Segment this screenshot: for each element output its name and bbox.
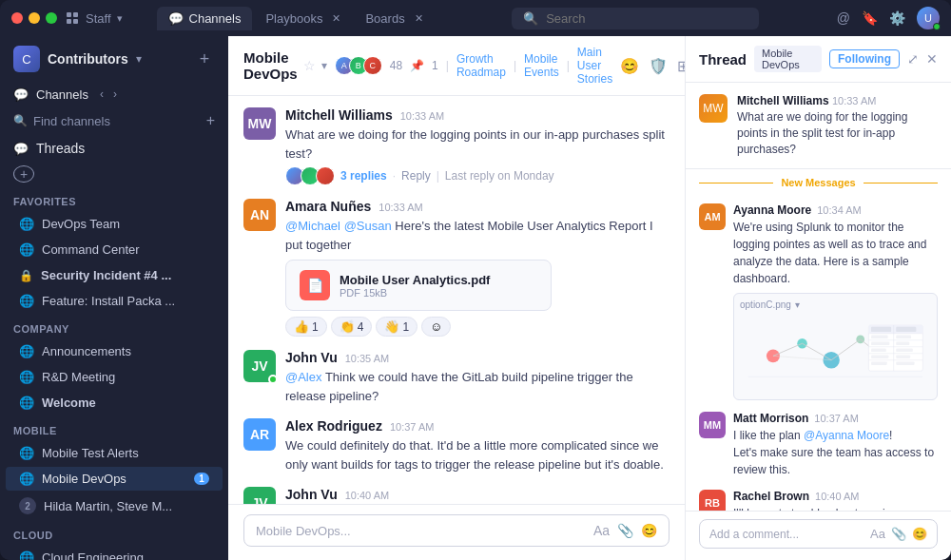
text-format-icon[interactable]: Aa bbox=[593, 523, 610, 538]
thread-text-format-icon[interactable]: Aa bbox=[870, 527, 885, 541]
chat-input[interactable] bbox=[256, 524, 586, 538]
thread-channel-tag: Mobile DevOps bbox=[754, 46, 822, 72]
thread-emoji-icon[interactable]: 😊 bbox=[912, 527, 927, 541]
chart-svg bbox=[740, 314, 931, 390]
member-avatars: A B C bbox=[335, 56, 382, 75]
nav-forward-arrow[interactable]: › bbox=[109, 86, 121, 103]
channel-icon: 🌐 bbox=[19, 446, 34, 460]
thread-attachment-icon[interactable]: 📎 bbox=[891, 527, 906, 541]
sidebar-item-dm[interactable]: 2 Hilda Martin, Steve M... bbox=[6, 492, 223, 519]
sidebar-item-mobile-test[interactable]: 🌐 Mobile Test Alerts bbox=[6, 441, 223, 465]
add-channel-button[interactable]: + bbox=[206, 112, 215, 129]
shield-action-icon[interactable]: 🛡️ bbox=[649, 57, 668, 75]
mention-alex[interactable]: @Alex bbox=[285, 370, 322, 384]
table-row: JV John Vu 10:40 AM Great, I'll make a J… bbox=[243, 487, 670, 504]
sep: | bbox=[437, 169, 439, 183]
mention-ayanna[interactable]: @Ayanna Moore bbox=[804, 429, 889, 442]
mention-michael[interactable]: @Michael bbox=[285, 219, 340, 233]
thread-input-box[interactable]: Aa 📎 😊 bbox=[699, 519, 938, 549]
sidebar-item-mobile-devops[interactable]: 🌐 Mobile DevOps 1 bbox=[6, 467, 223, 491]
reaction-smile[interactable]: ☺️ bbox=[421, 317, 451, 337]
sidebar-item-rnd[interactable]: 🌐 R&D Meeting bbox=[6, 365, 223, 389]
close-icon[interactable]: ✕ bbox=[926, 51, 938, 67]
settings-icon[interactable]: ⚙️ bbox=[889, 10, 905, 26]
svg-rect-37 bbox=[896, 362, 914, 365]
emoji-action-icon[interactable]: 😊 bbox=[620, 57, 639, 75]
list-item: MM Matt Morrison 10:37 AM I like the pla… bbox=[699, 412, 938, 478]
minimize-dot[interactable] bbox=[29, 12, 40, 24]
reaction-wave[interactable]: 👋 1 bbox=[376, 317, 417, 337]
threads-nav-item[interactable]: 💬 Threads bbox=[0, 135, 228, 162]
thread-reply-count[interactable]: 3 replies bbox=[340, 169, 387, 183]
add-section-button[interactable]: + bbox=[13, 165, 34, 183]
pin-icon: 📌 bbox=[410, 59, 424, 72]
msg-body: We could definitely do that. It'd be a l… bbox=[285, 436, 670, 473]
titlebar-actions: @ 🔖 ⚙️ U bbox=[837, 7, 940, 29]
workspace-name[interactable]: C Contributors ▾ bbox=[13, 46, 142, 72]
emoji-icon[interactable]: 😊 bbox=[641, 523, 657, 538]
svg-rect-27 bbox=[896, 327, 916, 332]
thread-msg-content: Matt Morrison 10:37 AM I like the plan @… bbox=[733, 412, 938, 478]
sidebar-item-feature[interactable]: 🌐 Feature: Install Packa ... bbox=[6, 289, 223, 313]
lock-icon: 🔒 bbox=[19, 269, 33, 282]
thread-comment-input[interactable] bbox=[709, 528, 864, 541]
new-messages-line-right bbox=[864, 183, 938, 183]
sidebar-item-welcome[interactable]: 🌐 Welcome bbox=[6, 391, 223, 415]
tag-stories[interactable]: Main User Stories bbox=[577, 46, 612, 86]
table-row: MW Mitchell Williams 10:33 AM What are w… bbox=[243, 107, 670, 185]
user-avatar[interactable]: U bbox=[917, 7, 940, 29]
sidebar-item-cloud-engineering[interactable]: 🌐 Cloud Engineering bbox=[6, 546, 223, 560]
tab-boards-close[interactable]: ✕ bbox=[415, 12, 423, 25]
reply-button[interactable]: Reply bbox=[401, 169, 431, 183]
tab-channels[interactable]: 💬 Channels bbox=[157, 7, 253, 30]
maximize-dot[interactable] bbox=[46, 12, 57, 24]
reaction-thumbsup[interactable]: 👍 1 bbox=[285, 317, 327, 337]
window-controls bbox=[11, 12, 57, 24]
tag-events[interactable]: Mobile Events bbox=[524, 52, 559, 79]
workspace-plus-button[interactable]: + bbox=[194, 48, 215, 69]
tag-growth[interactable]: Growth Roadmap bbox=[456, 52, 506, 79]
thread-info: 3 replies · Reply | Last reply on Monday bbox=[285, 166, 670, 185]
tab-playbooks[interactable]: Playbooks ✕ bbox=[254, 7, 352, 30]
message-header: Mitchell Williams 10:33 AM bbox=[285, 107, 670, 123]
sidebar-item-announcements[interactable]: 🌐 Announcements bbox=[6, 339, 223, 363]
at-icon[interactable]: @ bbox=[837, 10, 850, 26]
svg-rect-0 bbox=[67, 12, 71, 17]
list-item: RB Rachel Brown 10:40 AM I'll be on to t… bbox=[699, 490, 938, 511]
file-attachment[interactable]: 📄 Mobile User Analytics.pdf PDF 15kB bbox=[285, 260, 552, 311]
search-input[interactable] bbox=[546, 11, 736, 26]
chat-title-chevron[interactable]: ▾ bbox=[321, 59, 327, 72]
tab-boards[interactable]: Boards ✕ bbox=[354, 7, 434, 30]
chart-dropdown-icon[interactable]: ▾ bbox=[795, 299, 800, 310]
sidebar-item-command-center[interactable]: 🌐 Command Center bbox=[6, 238, 223, 261]
reaction-clap[interactable]: 👏 4 bbox=[331, 317, 373, 337]
online-indicator bbox=[933, 23, 941, 30]
bookmark-icon[interactable]: 🔖 bbox=[862, 10, 878, 26]
find-channels-button[interactable]: 🔍 Find channels bbox=[13, 114, 110, 128]
search-box[interactable]: 🔍 bbox=[512, 8, 759, 29]
tab-playbooks-close[interactable]: ✕ bbox=[332, 12, 340, 25]
channel-icon: 🌐 bbox=[19, 370, 34, 384]
dm-name: Hilda Martin, Steve M... bbox=[44, 499, 172, 513]
chat-title-area: Mobile DevOps ☆ ▾ bbox=[243, 49, 327, 82]
nav-back-arrow[interactable]: ‹ bbox=[96, 86, 107, 103]
tab-boards-label: Boards bbox=[365, 11, 404, 26]
mention-susan[interactable]: @Susan bbox=[344, 219, 392, 233]
msg-timestamp: 10:33 AM bbox=[378, 202, 422, 213]
message-content: Amara Nuñes 10:33 AM @Michael @Susan Her… bbox=[285, 199, 670, 337]
thread-following-button[interactable]: Following bbox=[829, 49, 900, 68]
grid-action-icon[interactable]: ⊞ bbox=[677, 57, 685, 75]
star-icon[interactable]: ☆ bbox=[303, 58, 316, 73]
chat-input-box[interactable]: Aa 📎 😊 bbox=[243, 514, 670, 547]
section-favorites: FAVORITES bbox=[0, 186, 228, 211]
channel-badge-mobile-devops: 1 bbox=[194, 473, 209, 485]
svg-rect-36 bbox=[871, 362, 887, 365]
attachment-icon[interactable]: 📎 bbox=[617, 523, 633, 538]
channel-name-cloud-engineering: Cloud Engineering bbox=[42, 550, 209, 560]
sidebar-item-security-incident[interactable]: 🔒 Security Incident #4 ... bbox=[6, 263, 223, 287]
table-row: AN Amara Nuñes 10:33 AM @Michael @Susan … bbox=[243, 199, 670, 337]
tab-channels-label: Channels bbox=[189, 11, 242, 26]
expand-icon[interactable]: ⤢ bbox=[907, 51, 919, 67]
close-dot[interactable] bbox=[11, 12, 23, 24]
sidebar-item-devops-team[interactable]: 🌐 DevOps Team bbox=[6, 212, 223, 236]
